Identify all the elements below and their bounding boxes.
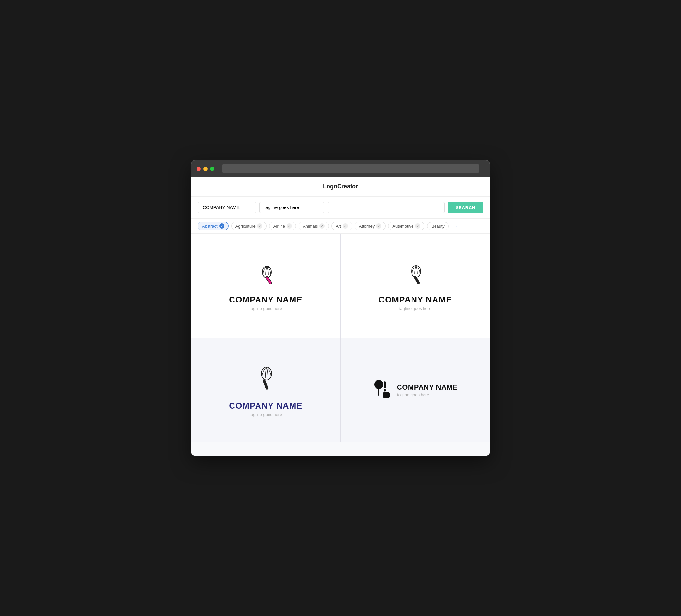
check-icon: ✓ bbox=[287, 223, 292, 229]
filter-label: Attorney bbox=[359, 224, 375, 229]
logo-2-company-name: COMPANY NAME bbox=[378, 295, 452, 305]
logo-card-2[interactable]: COMPANY NAME tagline goes here bbox=[341, 234, 490, 337]
filter-chip-art[interactable]: Art ✓ bbox=[331, 222, 352, 230]
filter-label: Abstract bbox=[202, 224, 218, 229]
close-button[interactable] bbox=[197, 166, 201, 171]
filter-chip-airline[interactable]: Airline ✓ bbox=[269, 222, 296, 230]
app-header: LogoCreator bbox=[191, 177, 490, 197]
filter-bar: Abstract ✓ Agriculture ✓ Airline ✓ Anima… bbox=[191, 219, 490, 234]
logo-4-inner: COMPANY NAME tagline goes here bbox=[373, 378, 458, 402]
logo-icon-drip-whisk bbox=[253, 363, 279, 395]
svg-point-7 bbox=[261, 367, 272, 380]
logo-4-tagline: tagline goes here bbox=[397, 392, 458, 397]
svg-rect-13 bbox=[383, 392, 389, 393]
filter-chip-animals[interactable]: Animals ✓ bbox=[299, 222, 329, 230]
app-title: LogoCreator bbox=[323, 183, 358, 190]
url-bar[interactable] bbox=[222, 164, 479, 173]
search-bar: SEARCH bbox=[191, 197, 490, 219]
svg-rect-4 bbox=[263, 379, 269, 390]
logo-icon-mono-whisk bbox=[402, 260, 428, 289]
filter-chip-beauty[interactable]: Beauty bbox=[427, 222, 449, 230]
filter-label: Automotive bbox=[393, 224, 413, 229]
logo-1-company-name: COMPANY NAME bbox=[229, 295, 302, 305]
browser-window: LogoCreator SEARCH Abstract ✓ Agricultur… bbox=[191, 160, 490, 456]
filter-label: Airline bbox=[273, 224, 285, 229]
logo-3-company-name: COMPANY NAME bbox=[229, 401, 302, 411]
svg-point-11 bbox=[384, 389, 386, 392]
svg-point-8 bbox=[374, 380, 383, 389]
svg-rect-0 bbox=[265, 276, 272, 285]
svg-point-6 bbox=[266, 388, 268, 390]
check-icon: ✓ bbox=[219, 223, 224, 229]
check-icon: ✓ bbox=[257, 223, 262, 229]
next-categories-arrow[interactable]: → bbox=[453, 223, 458, 229]
logo-2-tagline: tagline goes here bbox=[399, 306, 432, 311]
svg-point-3 bbox=[411, 265, 421, 277]
logo-icon-colored-whisk bbox=[251, 260, 280, 289]
logo-4-text-block: COMPANY NAME tagline goes here bbox=[397, 383, 458, 397]
filter-label: Animals bbox=[303, 224, 318, 229]
filter-label: Beauty bbox=[431, 224, 444, 229]
check-icon: ✓ bbox=[376, 223, 381, 229]
check-icon: ✓ bbox=[343, 223, 348, 229]
minimize-button[interactable] bbox=[203, 166, 207, 171]
logo-4-company-name: COMPANY NAME bbox=[397, 383, 458, 392]
filter-chip-agriculture[interactable]: Agriculture ✓ bbox=[231, 222, 267, 230]
logo-1-tagline: tagline goes here bbox=[250, 306, 282, 311]
filter-chip-automotive[interactable]: Automotive ✓ bbox=[388, 222, 425, 230]
maximize-button[interactable] bbox=[210, 166, 215, 171]
logo-card-1[interactable]: COMPANY NAME tagline goes here bbox=[191, 234, 340, 337]
app-container: LogoCreator SEARCH Abstract ✓ Agricultur… bbox=[191, 177, 490, 456]
svg-point-5 bbox=[265, 385, 267, 387]
logo-grid: COMPANY NAME tagline goes here bbox=[191, 234, 490, 442]
filter-label: Art bbox=[336, 224, 341, 229]
filter-label: Agriculture bbox=[235, 224, 255, 229]
check-icon: ✓ bbox=[320, 223, 325, 229]
logo-3-tagline: tagline goes here bbox=[250, 412, 282, 417]
filter-chip-attorney[interactable]: Attorney ✓ bbox=[355, 222, 385, 230]
logo-card-3[interactable]: COMPANY NAME tagline goes here bbox=[191, 338, 340, 442]
tagline-input[interactable] bbox=[259, 202, 324, 213]
logo-card-4[interactable]: COMPANY NAME tagline goes here bbox=[341, 338, 490, 442]
search-button[interactable]: SEARCH bbox=[448, 202, 483, 213]
svg-rect-10 bbox=[384, 381, 385, 388]
filter-chip-abstract[interactable]: Abstract ✓ bbox=[198, 222, 229, 230]
svg-rect-9 bbox=[378, 389, 379, 395]
check-icon: ✓ bbox=[415, 223, 420, 229]
extra-search-input[interactable] bbox=[328, 202, 445, 213]
logo-icon-balloon-pin bbox=[373, 378, 393, 402]
browser-titlebar bbox=[191, 160, 490, 177]
company-name-input[interactable] bbox=[198, 202, 256, 213]
